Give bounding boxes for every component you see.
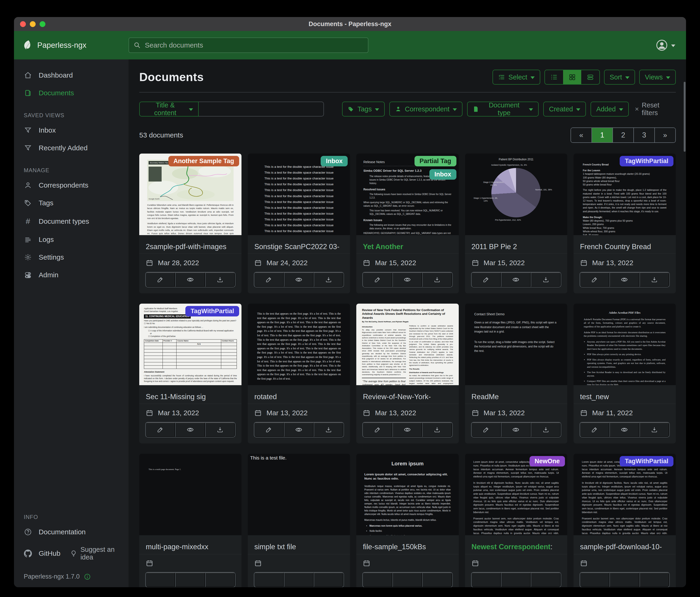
brand[interactable]: Paperless-ngx [14,40,128,51]
select-dropdown-button[interactable]: Select [493,70,540,85]
document-title[interactable]: 2011 BP Pie 2 [465,235,567,254]
view-button[interactable] [392,573,422,587]
document-thumbnail[interactable]: Contact Sheet Demo Given a set of image … [465,304,567,385]
sidebar-item-dashboard[interactable]: Dashboard [14,66,128,84]
tag-chip[interactable]: Inbox [321,156,348,166]
view-button[interactable] [284,423,314,437]
view-details-button[interactable] [581,70,599,84]
tag-chip[interactable]: TagWithPartial [620,456,673,467]
document-title[interactable]: Sec 11-Missing sig [139,385,242,404]
edit-button[interactable] [580,573,609,587]
view-button[interactable] [175,272,205,287]
download-button[interactable] [314,573,344,587]
document-thumbnail[interactable]: Partial Tag Inbox Release Notes Simba OD… [356,153,458,235]
view-button[interactable] [392,423,422,437]
pagination-page-3[interactable]: 3 [633,128,654,142]
views-dropdown-button[interactable]: Views [639,70,676,85]
download-button[interactable] [314,423,344,437]
view-button[interactable] [175,573,205,587]
sidebar-item-admin[interactable]: Admin [14,266,128,284]
sidebar-item-document-types[interactable]: # Document types [14,212,128,231]
edit-button[interactable] [580,272,609,287]
view-button[interactable] [175,423,205,437]
edit-button[interactable] [580,423,609,437]
pagination-page-1[interactable]: 1 [592,128,612,142]
document-thumbnail[interactable]: This is a test file. [248,454,350,535]
edit-button[interactable] [254,573,284,587]
document-title[interactable]: French Country Bread Revised.docx [574,235,676,254]
document-thumbnail[interactable]: NewOne Lorem ipsum dolor sit amet, conse… [465,454,567,535]
document-title[interactable]: sample-pdf-download-10-mb-longer-title [574,535,676,554]
document-title[interactable]: file-sample_150kBs [356,535,458,554]
edit-button[interactable] [472,423,501,437]
download-button[interactable] [422,573,452,587]
document-title[interactable]: Review-of-New-York-Federal-Petitions-art… [356,385,458,404]
pagination-next[interactable]: » [654,128,675,142]
document-title[interactable]: test_new [574,385,676,404]
view-button[interactable] [392,272,422,287]
document-type-filter-button[interactable]: Document type [467,102,539,117]
search-input[interactable]: Search documents [128,38,368,53]
view-grid-button[interactable] [563,70,581,84]
sidebar-item-tags[interactable]: Tags [14,194,128,212]
edit-button[interactable] [363,423,392,437]
minimize-window-button[interactable] [30,21,35,27]
document-thumbnail[interactable]: TagWithPartial Application for Medical S… [139,304,242,385]
sidebar-item-github[interactable]: GitHub [14,545,70,562]
sidebar-item-documents[interactable]: Documents [14,84,128,102]
download-button[interactable] [205,423,235,437]
created-filter-button[interactable]: Created [543,102,586,117]
document-title[interactable]: 2sample-pdf-with-images [139,235,242,254]
tag-chip[interactable]: NewOne [529,456,565,467]
user-menu[interactable] [656,39,675,51]
sidebar-item-settings[interactable]: Settings [14,248,128,266]
download-button[interactable] [205,573,235,587]
correspondent-link[interactable]: Yet Another Correspondent [363,243,415,254]
tags-filter-button[interactable]: Tags [342,102,385,117]
added-filter-button[interactable]: Added [591,102,629,117]
document-thumbnail[interactable]: This is a multi page document. Page 1. [139,454,242,535]
sort-dropdown-button[interactable]: Sort [604,70,635,85]
tag-chip[interactable]: Inbox [429,169,456,180]
edit-button[interactable] [254,423,284,437]
sidebar-item-inbox[interactable]: Inbox [14,121,128,139]
tag-chip[interactable]: TagWithPartial [185,306,239,316]
correspondent-link[interactable]: Newest Correspondent [472,543,550,551]
download-button[interactable] [640,272,669,287]
tag-chip[interactable]: TagWithPartial [620,156,673,166]
view-button[interactable] [501,573,531,587]
view-button[interactable] [284,272,314,287]
reset-filters-button[interactable]: × Reset filters [635,101,676,117]
document-thumbnail[interactable]: Inbox This is a test for the double spac… [248,153,350,235]
download-button[interactable] [531,423,560,437]
edit-button[interactable] [146,423,175,437]
document-title[interactable]: Sonstige ScanPC2022 03-24_081058 [248,235,350,254]
document-title[interactable]: rotated [248,385,350,404]
edit-button[interactable] [363,573,392,587]
download-button[interactable] [205,272,235,287]
title-content-filter-button[interactable]: Title & content [139,102,199,117]
document-thumbnail[interactable]: Lorem ipsum Lorem ipsum dolor sit amet, … [356,454,458,535]
sidebar-item-logs[interactable]: Logs [14,231,128,248]
download-button[interactable] [640,573,669,587]
zoom-window-button[interactable] [40,21,45,27]
download-button[interactable] [531,573,560,587]
document-title[interactable]: ReadMe [465,385,567,404]
document-thumbnail[interactable]: Review of New York Federal Petitions for… [356,304,458,385]
download-button[interactable] [422,423,452,437]
sidebar-item-recently-added[interactable]: Recently Added [14,139,128,157]
correspondent-filter-button[interactable]: Correspondent [389,102,462,117]
edit-button[interactable] [146,573,175,587]
document-title[interactable]: simple txt file [248,535,350,554]
document-thumbnail[interactable]: Patient BP Distribution 2011 Isolated Sy… [465,153,567,235]
pagination-page-2[interactable]: 2 [612,128,633,142]
view-list-button[interactable] [545,70,563,84]
view-button[interactable] [609,573,639,587]
edit-button[interactable] [472,573,501,587]
view-button[interactable] [501,423,531,437]
download-button[interactable] [531,272,560,287]
download-button[interactable] [422,272,452,287]
scrollbar-thumb[interactable] [684,82,685,152]
view-button[interactable] [609,423,639,437]
view-button[interactable] [284,573,314,587]
